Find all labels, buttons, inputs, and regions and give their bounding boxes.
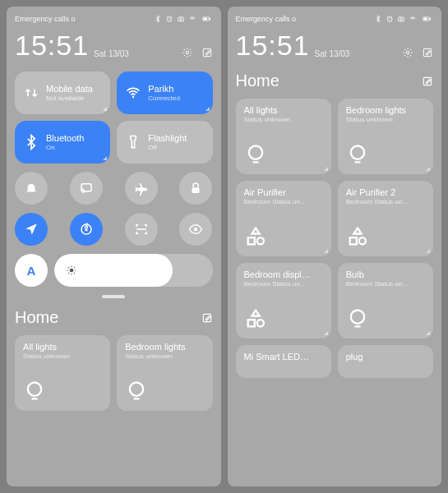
toggle-cast[interactable]	[70, 172, 103, 205]
eye-icon	[188, 222, 203, 237]
cast-icon	[79, 181, 94, 196]
tile-sub: Off	[148, 144, 187, 151]
svg-rect-33	[247, 320, 254, 326]
svg-point-17	[130, 383, 143, 396]
phone-right: Emergency calls o 15:51 Sat 13/03 Home A…	[228, 7, 442, 486]
device-sub: Bedroom Status un…	[346, 280, 425, 288]
bell-icon	[24, 181, 39, 196]
camera-status-icon	[177, 15, 185, 23]
emergency-text: Emergency calls o	[15, 15, 76, 23]
tile-flashlight[interactable]: FlashlightOff	[117, 121, 212, 164]
svg-point-24	[406, 51, 409, 54]
edit-icon[interactable]	[201, 47, 213, 58]
icon-row-2	[15, 213, 213, 246]
expand-corner[interactable]	[324, 331, 328, 335]
wifi-status-icon	[188, 15, 196, 23]
device-sub: Status unknown	[346, 116, 425, 123]
tile-mobile-data[interactable]: Mobile dataNot available	[15, 71, 110, 114]
expand-corner[interactable]	[324, 167, 328, 171]
brightness-slider[interactable]	[54, 254, 213, 287]
edit-icon[interactable]	[422, 76, 433, 87]
wifi-status-icon	[409, 15, 417, 23]
svg-rect-31	[349, 237, 356, 244]
clock-time: 15:51	[236, 30, 310, 62]
svg-rect-19	[399, 17, 404, 21]
auto-label: A	[27, 264, 36, 278]
icon-row-1	[15, 172, 213, 205]
expand-corner[interactable]	[324, 249, 328, 253]
svg-point-13	[194, 228, 198, 232]
device-card[interactable]: Bulb Bedroom Status un…	[338, 263, 433, 339]
alarm-status-icon	[165, 15, 173, 23]
scan-icon	[134, 222, 149, 237]
bluetooth-status-icon	[154, 15, 162, 23]
device-card[interactable]: plug	[338, 345, 433, 378]
alarm-status-icon	[386, 15, 394, 23]
toggle-scan[interactable]	[125, 213, 158, 246]
status-bar: Emergency calls o	[236, 15, 434, 23]
device-title: Bedroom displ…	[244, 270, 323, 279]
settings-icon[interactable]	[182, 47, 193, 58]
svg-point-32	[359, 237, 366, 244]
device-card[interactable]: All lights Status unknown	[15, 335, 110, 411]
svg-rect-10	[192, 187, 200, 193]
toggle-dnd[interactable]	[15, 172, 48, 205]
panel-handle[interactable]	[102, 295, 125, 298]
toggle-airplane[interactable]	[125, 172, 158, 205]
bluetooth-icon	[23, 134, 39, 150]
home-title: Home	[15, 308, 58, 327]
svg-point-35	[351, 311, 364, 324]
toggle-lock[interactable]	[179, 172, 212, 205]
svg-point-28	[351, 146, 364, 159]
device-title: Air Purifier	[244, 187, 323, 197]
toggle-rotate[interactable]	[70, 213, 103, 246]
svg-rect-4	[209, 18, 210, 20]
tile-sub: On	[46, 144, 84, 151]
status-icons	[374, 15, 433, 23]
toggle-location[interactable]	[15, 213, 48, 246]
battery-status-icon	[200, 15, 213, 23]
svg-rect-1	[178, 17, 183, 21]
device-card[interactable]: Air Purifier 2 Bedroom Status un…	[338, 181, 433, 256]
edit-icon[interactable]	[201, 312, 213, 324]
expand-corner[interactable]	[206, 107, 210, 111]
lock-icon	[188, 181, 203, 196]
expand-corner[interactable]	[426, 167, 430, 171]
device-card[interactable]: Air Purifier Bedroom Status un…	[236, 181, 331, 256]
tile-bluetooth[interactable]: BluetoothOn	[15, 121, 110, 164]
toggle-eye[interactable]	[179, 213, 212, 246]
device-card[interactable]: Bedroom lights Status unknown	[117, 335, 212, 411]
device-sub: Bedroom Status un…	[346, 198, 425, 205]
device-card[interactable]: Mi Smart LED…	[236, 345, 331, 378]
tile-wifi[interactable]: ParikhConnected	[117, 71, 212, 114]
svg-point-6	[186, 51, 189, 54]
svg-rect-22	[430, 18, 431, 20]
devices-grid: All lights Status unknown Bedroom lights…	[236, 99, 434, 378]
location-icon	[24, 222, 39, 237]
tile-sub: Not available	[46, 94, 93, 102]
device-card[interactable]: All lights Status unknown	[236, 99, 331, 174]
expand-corner[interactable]	[103, 156, 107, 160]
expand-corner[interactable]	[103, 107, 107, 111]
auto-brightness-button[interactable]: A	[15, 254, 48, 287]
wifi-icon	[125, 85, 141, 101]
device-title: All lights	[23, 342, 102, 352]
device-title: Bedroom lights	[125, 342, 204, 352]
clock-row: 15:51 Sat 13/03	[15, 30, 213, 62]
svg-point-34	[256, 320, 263, 326]
expand-corner[interactable]	[426, 331, 430, 335]
status-bar: Emergency calls o	[15, 15, 213, 23]
tile-title: Flashlight	[148, 133, 187, 143]
bluetooth-status-icon	[374, 15, 382, 23]
flashlight-icon	[125, 134, 141, 150]
device-title: Bedroom lights	[346, 105, 425, 115]
device-sub: Status unknown	[244, 116, 323, 123]
bulb-icon	[346, 143, 369, 166]
settings-icon[interactable]	[402, 47, 413, 58]
edit-icon[interactable]	[422, 47, 433, 58]
svg-point-30	[256, 237, 263, 244]
device-card[interactable]: Bedroom displ… Bedroom Status un…	[236, 263, 331, 339]
slider-fill	[54, 254, 173, 287]
expand-corner[interactable]	[426, 249, 430, 253]
device-card[interactable]: Bedroom lights Status unknown	[338, 99, 433, 174]
